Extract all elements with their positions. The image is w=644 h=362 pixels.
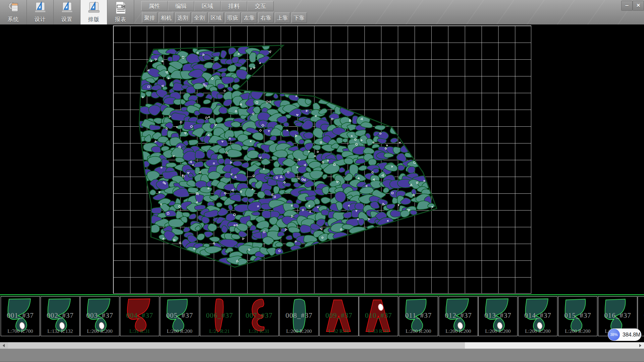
piece-id-label: 011_#37 [399,311,438,320]
piece-id-label: 010_#37 [359,311,398,320]
tab-region[interactable]: 区域 [194,1,221,11]
setup-button-label: 设置 [54,16,80,23]
progress-percent-badge: 38% [608,329,620,341]
piece-id-label: 008_#37 [280,311,318,320]
tool-snap-bottom-button[interactable]: 下靠 [291,12,307,23]
piece-thumbnail[interactable]: 006_#37L:21 R:21 [200,296,239,336]
piece-lr-label: L:33 R:33 [359,328,398,334]
tab-edit[interactable]: 编辑 [168,1,194,11]
piece-id-label: 003_#37 [80,311,119,320]
piece-thumbnail-strip: 001_#37L:700 R:700002_#37L:132 R:132003_… [0,294,644,342]
piece-thumbnail[interactable]: 003_#37L:200 R:200 [80,296,119,336]
layout-button-label: 排版 [80,16,107,23]
strip-divider-line [0,294,644,295]
tab-interact[interactable]: 交互 [247,1,274,11]
piece-thumbnail[interactable]: 007_#37L:31 R:31 [239,296,279,336]
piece-id-label: 013_#37 [479,311,517,320]
tool-snap-top-button[interactable]: 上靠 [275,12,290,23]
piece-lr-label: L:200 R:200 [519,328,557,334]
tab-properties[interactable]: 属性 [141,1,168,11]
piece-lr-label: L:200 R:200 [280,328,318,334]
main-toolbar: 系统设计设置排版报表 属性编辑区域排料交互 聚排相机选割全割区域瑕疵左靠右靠上靠… [0,0,644,24]
nesting-workarea[interactable] [0,24,644,294]
status-badge: 38% 384.8M [608,328,641,341]
status-bar [0,349,644,362]
gear-table-icon [7,1,20,14]
application-window: 系统设计设置排版报表 属性编辑区域排料交互 聚排相机选割全割区域瑕疵左靠右靠上靠… [0,0,644,362]
tool-select-cut-button[interactable]: 选割 [175,12,191,23]
piece-lr-label: L:21 R:21 [200,328,239,334]
system-button[interactable]: 系统 [0,0,27,24]
setup-button[interactable]: 设置 [54,0,80,24]
piece-thumbnail[interactable]: 001_#37L:700 R:700 [1,296,40,336]
piece-id-label: 016_#37 [598,311,637,320]
piece-lr-label: L:132 R:132 [41,328,79,334]
piece-id-label: 005_#37 [160,311,199,320]
piece-id-label: 002_#37 [41,311,79,320]
tool-snap-left-button[interactable]: 左靠 [241,12,257,23]
piece-lr-label: L:32 R:31 [320,328,358,334]
report-icon [114,1,127,14]
piece-thumbnail[interactable]: 013_#37L:200 R:200 [478,296,518,336]
piece-id-label: 009_#37 [320,311,358,320]
scroll-left-button[interactable] [0,342,8,349]
piece-thumbnail[interactable]: 005_#37L:200 R:200 [160,296,199,336]
piece-id-label: 012_#37 [439,311,478,320]
piece-lr-label: L:200 R:200 [558,328,597,334]
left-arrow-icon [3,344,5,347]
horizontal-scrollbar[interactable] [0,342,644,349]
piece-thumbnail[interactable]: 008_#37L:200 R:200 [279,296,319,336]
report-button[interactable]: 报表 [107,0,134,24]
scrollbar-thumb[interactable] [8,342,465,349]
piece-thumbnail[interactable]: 010_#37L:33 R:33 [359,296,398,336]
tool-cluster-button[interactable]: 聚排 [142,12,157,23]
piece-thumbnail[interactable]: 009_#37L:32 R:31 [319,296,359,336]
piece-thumbnail[interactable]: 014_#37L:200 R:200 [518,296,557,336]
nested-hide-canvas[interactable] [113,25,531,294]
scroll-right-button[interactable] [636,342,644,349]
report-button-label: 报表 [107,16,134,23]
close-button[interactable]: × [633,1,644,11]
piece-lr-label: L:700 R:700 [1,328,40,334]
laptop-ruler-icon [87,1,101,14]
piece-thumbnail[interactable]: 002_#37L:132 R:132 [41,296,80,336]
laptop-ruler-icon [60,1,74,14]
piece-lr-label: L:200 R:200 [479,328,517,334]
piece-lr-label: L:200 R:200 [80,328,119,334]
piece-lr-label: L:31 R:31 [240,328,278,334]
tool-snap-right-button[interactable]: 右靠 [258,12,274,23]
piece-thumbnail[interactable]: 011_#37L:200 R:200 [399,296,438,336]
design-button[interactable]: 设计 [27,0,54,24]
piece-lr-label: L:31 R:31 [120,328,159,334]
tool-cut-all-button[interactable]: 全割 [192,12,207,23]
strip-divider-line [0,296,644,296]
piece-thumbnail[interactable]: 015_#37L:200 R:200 [558,296,597,336]
piece-thumbnail[interactable]: 004_#37L:31 R:31 [120,296,159,336]
piece-id-label: 007_#37 [240,311,278,320]
tab-nest[interactable]: 排料 [221,1,247,11]
design-button-label: 设计 [27,16,53,23]
piece-id-label: 004_#37 [120,311,159,320]
right-arrow-icon [639,344,641,347]
tool-region-button[interactable]: 区域 [208,12,224,23]
piece-thumbnail[interactable]: 012_#37L:200 R:200 [439,296,478,336]
tool-camera-button[interactable]: 相机 [159,12,174,23]
memory-usage-label: 384.8M [623,328,640,341]
piece-id-label: 017_#37 [638,311,644,320]
layout-button[interactable]: 排版 [80,0,107,24]
laptop-ruler-icon [34,1,47,14]
system-button-label: 系统 [0,16,26,23]
piece-id-label: 014_#37 [519,311,557,320]
piece-id-label: 001_#37 [1,311,40,320]
piece-lr-label: L:200 R:200 [439,328,478,334]
piece-lr-label: L:200 R:200 [160,328,199,334]
piece-id-label: 015_#37 [558,311,597,320]
minimize-button[interactable]: – [621,1,633,11]
piece-id-label: 006_#37 [200,311,239,320]
piece-lr-label: L:200 R:200 [399,328,438,334]
tool-defect-button[interactable]: 瑕疵 [225,12,240,23]
